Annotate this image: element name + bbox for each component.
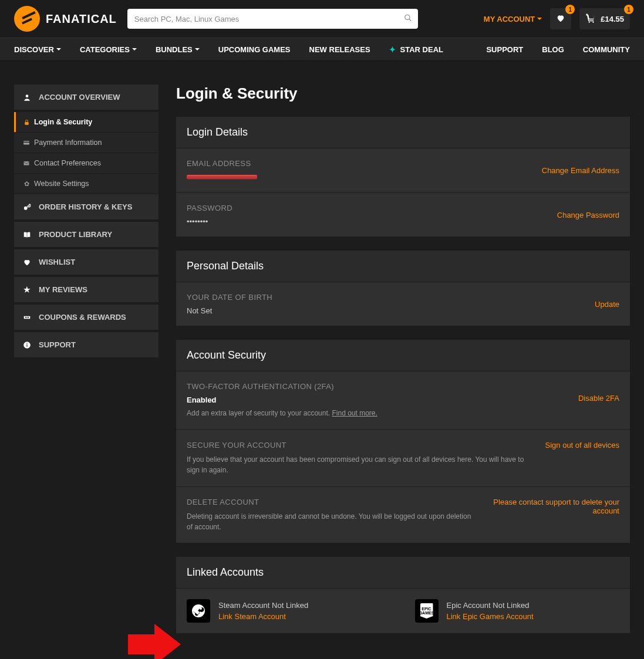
sidebar-item-website-settings[interactable]: ✿ Website Settings [14,174,159,194]
tfa-status: Enabled [187,396,619,404]
chevron-down-icon [132,48,137,50]
heart-icon [556,13,565,25]
row-delete-account: DELETE ACCOUNT Deleting account is irrev… [176,487,630,543]
wishlist-button[interactable]: 1 [550,8,571,29]
svg-point-0 [405,15,410,19]
sidebar-item-reviews[interactable]: ★ MY REVIEWS [14,277,159,302]
panel-linked-accounts: Linked Accounts Steam Account Not Linked… [176,557,630,633]
svg-point-12 [25,316,26,317]
fanatical-logo-icon [14,6,40,32]
svg-point-19 [200,607,202,610]
steam-icon [187,599,210,623]
tfa-desc: Add an extra layer of security to your a… [187,408,533,418]
main-nav: DISCOVER CATEGORIES BUNDLES UPCOMING GAM… [0,38,644,61]
svg-point-9 [24,206,28,209]
epic-status: Epic Account Not Linked [447,601,534,610]
info-icon [22,341,32,349]
row-dob: YOUR DATE OF BIRTH Not Set Update [176,282,630,326]
svg-rect-5 [25,122,28,125]
sidebar-item-wishlist[interactable]: WISHLIST [14,249,159,275]
sidebar-item-product-library[interactable]: PRODUCT LIBRARY [14,222,159,247]
nav-star-deal[interactable]: ✦ STAR DEAL [389,45,443,54]
dob-value: Not Set [187,306,619,315]
svg-point-13 [28,316,29,317]
cart-total: £14.55 [601,15,624,23]
svg-rect-15 [26,344,27,346]
nav-upcoming[interactable]: UPCOMING GAMES [218,45,291,54]
content-area: Login & Security Login Details EMAIL ADD… [176,85,630,647]
panel-header: Account Security [176,340,630,371]
header-bar: FANATICAL MY ACCOUNT 1 £14.55 1 [0,0,644,38]
svg-rect-11 [24,316,31,319]
chevron-down-icon [195,48,200,50]
search-button[interactable] [404,14,412,24]
ticket-icon [22,313,32,322]
signout-all-link[interactable]: Sign out of all devices [545,441,619,450]
sidebar-item-support[interactable]: SUPPORT [14,332,159,357]
envelope-icon [22,160,31,167]
sidebar-item-login-security[interactable]: Login & Security [14,112,159,132]
svg-point-4 [26,94,29,97]
star-icon: ★ [22,285,32,294]
heart-icon [22,258,32,266]
panel-header: Login Details [176,117,630,148]
row-2fa: TWO-FACTOR AUTHENTICATION (2FA) Enabled … [176,371,630,430]
wishlist-badge: 1 [565,5,575,14]
secure-desc: If you believe that your account has bee… [187,454,533,475]
nav-community[interactable]: COMMUNITY [583,45,630,54]
user-icon [22,93,32,102]
search-wrap [127,9,418,29]
chevron-down-icon [537,18,542,20]
nav-support[interactable]: SUPPORT [486,45,523,54]
card-icon [22,139,31,146]
key-icon [22,203,32,211]
panel-header: Personal Details [176,251,630,282]
linked-steam: Steam Account Not Linked Link Steam Acco… [187,599,392,623]
change-email-link[interactable]: Change Email Address [542,166,619,175]
chevron-down-icon [56,48,61,50]
tfa-find-out-link[interactable]: Find out more. [332,409,377,417]
update-dob-link[interactable]: Update [595,300,619,309]
nav-new-releases[interactable]: NEW RELEASES [309,45,370,54]
header-right: MY ACCOUNT 1 £14.55 1 [484,8,630,29]
steam-status: Steam Account Not Linked [218,601,308,610]
svg-point-16 [26,343,28,344]
main-container: ACCOUNT OVERVIEW Login & Security Paymen… [0,61,644,659]
tfa-label: TWO-FACTOR AUTHENTICATION (2FA) [187,382,619,391]
password-mask: •••••••• [187,217,619,226]
link-steam-button[interactable]: Link Steam Account [218,612,308,621]
svg-rect-8 [24,161,29,165]
svg-point-2 [589,21,590,22]
panel-personal-details: Personal Details YOUR DATE OF BIRTH Not … [176,251,630,326]
delete-contact-link[interactable]: Please contact support to delete your ac… [478,498,619,515]
row-secure-account: SECURE YOUR ACCOUNT If you believe that … [176,430,630,487]
sidebar-item-contact[interactable]: Contact Preferences [14,153,159,173]
email-value-redacted [187,175,257,180]
sidebar-item-overview[interactable]: ACCOUNT OVERVIEW [14,85,159,110]
sidebar-item-coupons[interactable]: COUPONS & REWARDS [14,305,159,330]
epic-icon: EPICGAMES [415,599,439,623]
my-account-menu[interactable]: MY ACCOUNT [484,15,542,23]
book-icon [22,231,32,239]
row-email: EMAIL ADDRESS Change Email Address [176,148,630,193]
brand-name: FANATICAL [46,12,117,26]
link-epic-button[interactable]: Link Epic Games Account [447,612,534,621]
gear-icon: ✿ [22,180,31,188]
nav-blog[interactable]: BLOG [542,45,564,54]
sidebar-item-payment[interactable]: Payment Information [14,133,159,153]
disable-2fa-link[interactable]: Disable 2FA [578,394,619,403]
lock-icon [22,119,31,126]
linked-accounts-row: Steam Account Not Linked Link Steam Acco… [176,589,630,633]
cart-button[interactable]: £14.55 1 [579,8,630,29]
account-sidebar: ACCOUNT OVERVIEW Login & Security Paymen… [14,85,159,360]
nav-discover[interactable]: DISCOVER [14,45,61,54]
search-input[interactable] [127,9,418,29]
nav-bundles[interactable]: BUNDLES [156,45,200,54]
nav-categories[interactable]: CATEGORIES [80,45,137,54]
password-label: PASSWORD [187,204,619,212]
sidebar-item-order-history[interactable]: ORDER HISTORY & KEYS [14,194,159,219]
brand-logo[interactable]: FANATICAL [14,6,117,32]
panel-login-details: Login Details EMAIL ADDRESS Change Email… [176,117,630,236]
cart-badge: 1 [624,5,633,14]
change-password-link[interactable]: Change Password [557,211,619,219]
